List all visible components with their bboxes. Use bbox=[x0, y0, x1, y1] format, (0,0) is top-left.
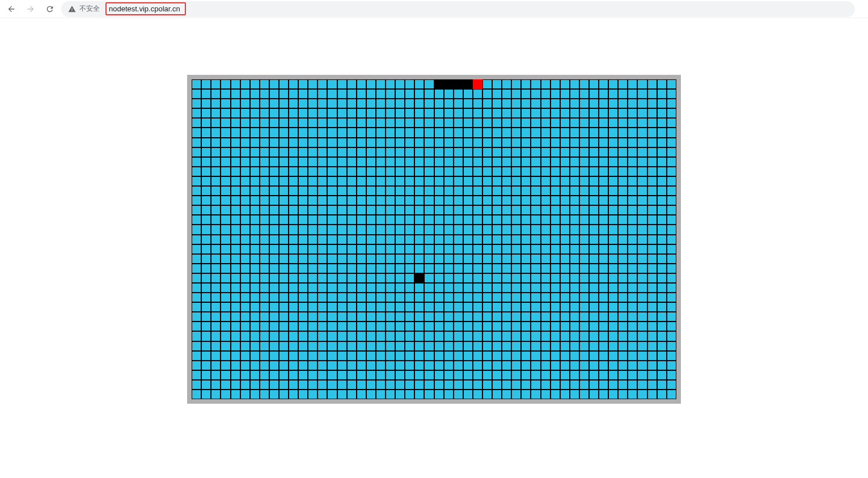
reload-icon[interactable] bbox=[45, 5, 54, 14]
grid-cell bbox=[414, 89, 424, 99]
grid-cell bbox=[405, 264, 414, 273]
grid-cell bbox=[473, 370, 482, 380]
grid-cell bbox=[366, 167, 376, 176]
grid-cell bbox=[531, 312, 540, 322]
grid-cell bbox=[589, 351, 599, 361]
grid-cell bbox=[405, 244, 414, 254]
grid-cell bbox=[240, 89, 250, 99]
grid-cell bbox=[647, 322, 657, 331]
grid-cell bbox=[376, 312, 386, 322]
grid-cell bbox=[221, 283, 230, 293]
grid-cell bbox=[279, 302, 289, 312]
grid-cell bbox=[473, 205, 482, 215]
grid-cell bbox=[521, 302, 531, 312]
grid-cell bbox=[211, 361, 221, 370]
grid-cell bbox=[211, 128, 221, 137]
grid-cell bbox=[395, 138, 405, 147]
grid-cell bbox=[405, 157, 414, 167]
grid-cell bbox=[608, 390, 618, 399]
grid-cell bbox=[444, 322, 454, 331]
grid-cell bbox=[240, 235, 250, 244]
grid-cell bbox=[560, 331, 570, 341]
grid-cell bbox=[240, 138, 250, 147]
grid-cell bbox=[192, 225, 201, 234]
grid-cell bbox=[667, 264, 676, 273]
grid-cell bbox=[551, 312, 560, 322]
grid-cell bbox=[608, 205, 618, 215]
grid-cell bbox=[327, 293, 337, 302]
grid-cell bbox=[376, 361, 386, 370]
grid-cell bbox=[366, 138, 376, 147]
grid-cell bbox=[589, 186, 599, 196]
grid-cell bbox=[279, 293, 289, 302]
grid-cell bbox=[231, 225, 240, 234]
grid-cell bbox=[357, 244, 366, 254]
grid-cell bbox=[289, 186, 298, 196]
grid-cell bbox=[511, 351, 521, 361]
grid-cell bbox=[260, 196, 269, 205]
grid-cell bbox=[298, 167, 308, 176]
grid-cell bbox=[347, 186, 357, 196]
grid-cell bbox=[521, 167, 531, 176]
grid-cell bbox=[424, 176, 434, 186]
grid-cell bbox=[599, 370, 608, 380]
grid-cell bbox=[192, 138, 201, 147]
grid-cell bbox=[637, 283, 647, 293]
grid-cell bbox=[298, 331, 308, 341]
grid-cell bbox=[201, 293, 211, 302]
grid-cell bbox=[231, 138, 240, 147]
grid-cell bbox=[357, 254, 366, 264]
grid-cell bbox=[395, 99, 405, 108]
grid-cell bbox=[376, 283, 386, 293]
grid-cell bbox=[647, 79, 657, 89]
back-icon[interactable] bbox=[7, 5, 16, 14]
grid-cell bbox=[337, 302, 347, 312]
grid-cell bbox=[511, 370, 521, 380]
grid-cell bbox=[414, 341, 424, 351]
grid-cell bbox=[647, 176, 657, 186]
grid-cell bbox=[502, 244, 511, 254]
grid-cell bbox=[473, 89, 482, 99]
grid-cell bbox=[434, 322, 444, 331]
grid-cell bbox=[570, 225, 579, 234]
grid-cell bbox=[231, 273, 240, 283]
grid-cell bbox=[463, 225, 473, 234]
security-indicator[interactable]: 不安全 bbox=[68, 4, 100, 14]
grid-cell bbox=[482, 205, 492, 215]
grid-cell bbox=[647, 186, 657, 196]
grid-cell bbox=[628, 138, 637, 147]
grid-cell bbox=[637, 322, 647, 331]
grid-cell bbox=[240, 205, 250, 215]
grid-cell bbox=[667, 273, 676, 283]
snake-game-board[interactable] bbox=[187, 75, 681, 404]
grid-cell bbox=[327, 205, 337, 215]
grid-cell bbox=[386, 128, 395, 137]
grid-cell bbox=[560, 176, 570, 186]
grid-cell bbox=[250, 380, 260, 390]
grid-cell bbox=[628, 118, 637, 128]
grid-cell bbox=[667, 79, 676, 89]
grid-cell bbox=[192, 264, 201, 273]
grid-cell bbox=[337, 331, 347, 341]
address-bar[interactable]: 不安全 nodetest.vip.cpolar.cn bbox=[61, 1, 855, 17]
grid-cell bbox=[463, 273, 473, 283]
grid-cell bbox=[541, 147, 551, 157]
grid-cell bbox=[221, 293, 230, 302]
grid-cell bbox=[570, 293, 579, 302]
grid-cell bbox=[444, 99, 454, 108]
grid-cell bbox=[201, 205, 211, 215]
grid-cell bbox=[269, 312, 279, 322]
grid-cell bbox=[414, 118, 424, 128]
grid-cell bbox=[511, 79, 521, 89]
grid-cell bbox=[260, 138, 269, 147]
grid-cell bbox=[637, 215, 647, 225]
grid-cell bbox=[492, 302, 502, 312]
forward-icon[interactable] bbox=[26, 5, 35, 14]
grid-cell bbox=[327, 351, 337, 361]
grid-cell bbox=[337, 341, 347, 351]
grid-cell bbox=[376, 293, 386, 302]
grid-cell bbox=[317, 302, 327, 312]
grid-cell bbox=[308, 89, 317, 99]
grid-cell bbox=[414, 176, 424, 186]
grid-cell bbox=[279, 186, 289, 196]
